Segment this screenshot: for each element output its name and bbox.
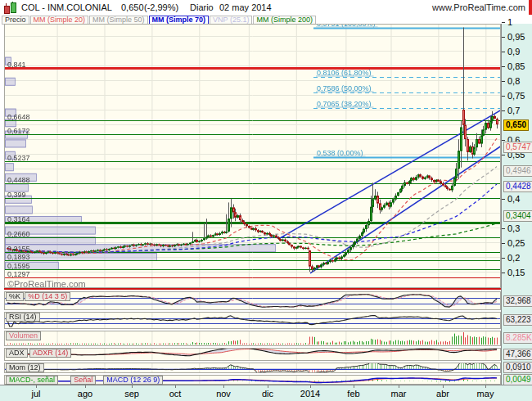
month-tick [36,385,37,388]
month-tick [175,385,176,388]
month-tick [399,385,399,388]
momentum-panel[interactable]: Mom (12) [4,363,501,373]
price-tick-mark [502,273,505,273]
month-label-abr: abr [436,389,449,399]
instrument-name: COL - INM.COLONIAL [21,2,112,12]
adx-canvas[interactable] [5,349,500,360]
last-price: 0,650 [121,2,144,12]
price-tick-mark [502,66,505,67]
price-chart-panel[interactable]: ©ProRealTime.com [4,24,501,288]
price-tick-label: 0,15 [507,268,525,277]
price-change: (-2,99%) [144,2,178,12]
volume-canvas[interactable] [5,331,500,345]
price-tick-label: 0,3 [507,223,520,233]
month-label-2014: 2014 [300,389,320,399]
panel-chip-stoch[interactable]: %D (14 3 5) [25,292,70,301]
price-tick-mark [502,228,505,229]
price-tick-mark [502,243,505,244]
month-label-oct: oct [169,389,182,399]
price-tick-mark [502,81,505,82]
timeframe-label: Diario [190,2,214,12]
panel-chip-macd[interactable]: MACD-, señal [6,376,58,385]
month-label-may: may [477,389,494,399]
panel-chip-adx[interactable]: ADXR (14) [29,349,72,358]
indicator-value-adx: 47,366 [503,349,532,360]
price-axis[interactable]: 10,950,90,850,80,750,70,60,550,40,30,250… [501,24,532,401]
price-tick-label: 0,2 [507,253,520,263]
rsi-canvas[interactable] [5,313,500,328]
instrument-candlestick-icon [3,2,16,13]
price-tick-mark [502,37,505,38]
stochastic-canvas[interactable] [5,292,500,309]
month-tick [354,385,354,388]
price-value-box-04946: 0,4946 [503,165,532,177]
price-tick-mark [502,140,505,141]
indicator-value-mom: 0,0910 [503,362,532,373]
price-tick-label: 0,4 [507,194,520,204]
time-axis[interactable]: julagosepoctnovdic2014febmarabrmay [0,385,532,401]
price-tick-label: 0,75 [507,91,525,101]
price-value-box-05747: 0,5747 [503,142,532,153]
panel-chip-adx[interactable]: ADX [6,349,28,358]
month-label-mar: mar [391,389,407,399]
indicator-value-stoch: 32,968 [503,295,532,307]
price-tick-mark [502,96,505,97]
price-tick-label: 1 [507,17,512,27]
month-label-ago: ago [78,389,92,399]
price-tick-mark [502,258,505,259]
indicator-value-macd: 0,0049 [503,374,532,385]
price-tick-mark [502,22,505,23]
rsi-panel[interactable]: RSI (14) [4,312,501,329]
price-tick-label: 0,95 [507,32,525,42]
panel-chip-macd[interactable]: Señal [70,376,96,385]
price-value-box-03404: 0,3404 [503,210,532,222]
month-tick [223,385,224,388]
indicator-value-volume: 8.285K [503,332,532,344]
price-tick-label: 0,9 [507,47,520,56]
prorealtime-url: www.ProRealTime.com [432,2,525,12]
price-tick-label: 0,85 [507,61,525,71]
price-tick-label: 0,25 [507,238,525,248]
momentum-canvas[interactable] [5,363,500,372]
month-label-nov: nov [216,389,231,399]
session-date: 02 may 2014 [219,2,272,12]
price-chart-canvas[interactable] [5,25,500,287]
title-bar: COL - INM.COLONIAL 0,650 (-2,99%) Diario… [0,0,532,15]
month-tick [132,385,133,388]
month-tick [268,385,268,388]
stochastic-panel[interactable]: %K%D (14 3 5) [4,291,501,310]
month-tick [443,385,444,388]
month-label-sep: sep [124,389,139,399]
volume-panel[interactable]: Volumen [4,331,501,346]
price-tick-label: 0,7 [507,106,520,115]
month-label-feb: feb [347,389,359,399]
price-value-box-0650: 0,650 [503,119,529,131]
month-tick [485,385,486,388]
month-tick [310,385,311,388]
window-edge-accent [529,0,532,15]
price-tick-label: 0,8 [507,76,520,86]
prorealtime-chart-window: COL - INM.COLONIAL 0,650 (-2,99%) Diario… [0,0,532,401]
month-tick [85,385,86,388]
price-tick-mark [502,110,505,111]
price-tick-mark [502,52,505,52]
month-label-jul: jul [31,389,40,399]
watermark: ©ProRealTime.com [7,279,86,289]
month-label-dic: dic [262,389,273,399]
price-value-box-04428: 0,4428 [503,181,532,192]
indicator-value-rsi: 63,223 [503,314,532,326]
panel-chip-rsi[interactable]: RSI (14) [6,313,40,322]
panel-chip-volume[interactable]: Volumen [6,331,41,340]
panel-chip-stoch[interactable]: %K [6,292,24,301]
panel-chip-macd[interactable]: MACD (12 26 9) [103,376,163,385]
macd-panel[interactable]: MACD-, señalSeñalMACD (12 26 9) [4,375,501,385]
price-tick-mark [502,155,505,155]
panel-chip-mom[interactable]: Mom (12) [6,363,44,372]
adx-panel[interactable]: ADXADXR (14) [4,348,501,361]
price-tick-mark [502,199,505,200]
